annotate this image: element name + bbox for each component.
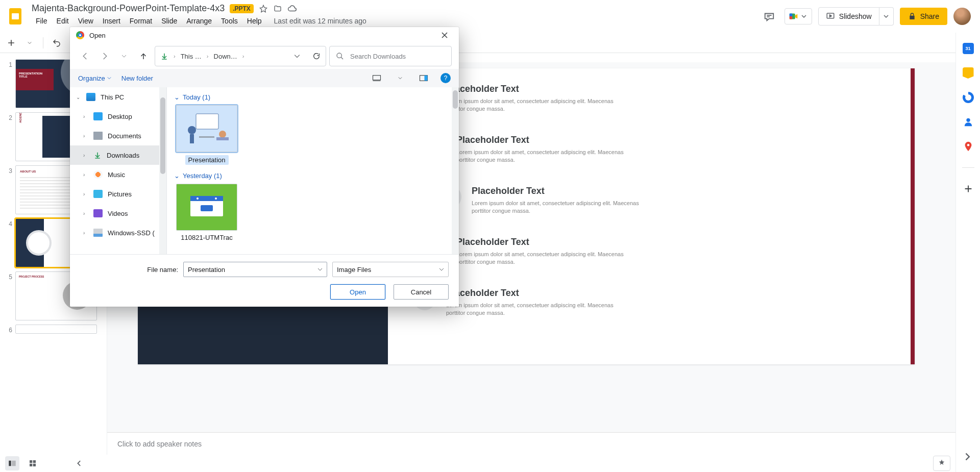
svg-point-21 xyxy=(188,126,196,134)
chevron-down-icon[interactable] xyxy=(439,267,444,272)
nav-up-button[interactable] xyxy=(135,48,152,64)
preview-pane-button[interactable] xyxy=(417,72,430,84)
new-folder-button[interactable]: New folder xyxy=(121,74,153,82)
close-button[interactable] xyxy=(436,27,453,43)
help-icon[interactable]: ? xyxy=(440,73,451,83)
svg-rect-22 xyxy=(190,134,194,143)
dialog-layer: Open › This … › Down… › xyxy=(0,0,980,472)
file-list[interactable]: ⌄Today (1) Presentation ⌄Yesterday (1) xyxy=(167,87,459,254)
group-today[interactable]: ⌄Today (1) xyxy=(174,93,452,101)
svg-rect-28 xyxy=(201,205,213,211)
tree-scrollbar[interactable] xyxy=(159,87,166,254)
file-open-dialog: Open › This … › Down… › xyxy=(70,27,459,307)
view-mode-dropdown[interactable] xyxy=(394,72,407,84)
chevron-down-icon[interactable] xyxy=(317,267,323,272)
view-mode-button[interactable] xyxy=(370,72,383,84)
search-box[interactable] xyxy=(329,46,452,66)
svg-rect-16 xyxy=(373,76,381,80)
group-yesterday[interactable]: ⌄Yesterday (1) xyxy=(174,172,452,180)
organize-menu[interactable]: Organize xyxy=(78,74,111,82)
tree-music[interactable]: ›Music xyxy=(70,165,166,184)
svg-rect-18 xyxy=(425,76,428,81)
search-input[interactable] xyxy=(349,52,445,61)
svg-point-29 xyxy=(197,197,199,200)
search-icon xyxy=(336,52,344,60)
tree-ssd[interactable]: ›Windows-SSD ( xyxy=(70,223,166,242)
filename-input[interactable]: Presentation xyxy=(183,262,327,277)
dialog-title: Open xyxy=(89,32,106,39)
tree-documents[interactable]: ›Documents xyxy=(70,126,166,145)
nav-recent-dropdown[interactable] xyxy=(116,48,132,64)
file-presentation[interactable]: Presentation xyxy=(174,105,239,165)
svg-rect-24 xyxy=(216,137,229,140)
filetype-select[interactable]: Image Files xyxy=(332,262,449,277)
filename-label: File name: xyxy=(147,266,178,274)
tree-desktop[interactable]: ›Desktop xyxy=(70,107,166,126)
tree-this-pc[interactable]: ⌄This PC xyxy=(70,87,166,107)
svg-rect-25 xyxy=(199,136,214,138)
open-button[interactable]: Open xyxy=(330,284,385,300)
nav-forward-button[interactable] xyxy=(96,48,113,64)
download-arrow-icon xyxy=(160,52,168,60)
file-utmtrac[interactable]: 110821-UTMTrac xyxy=(174,184,239,241)
breadcrumb[interactable]: › This … › Down… › xyxy=(155,46,326,66)
crumb-dropdown-icon[interactable] xyxy=(294,53,300,59)
folder-tree[interactable]: ⌄This PC ›Desktop ›Documents ›Downloads … xyxy=(70,87,167,254)
chrome-icon xyxy=(76,31,84,39)
download-arrow-icon xyxy=(93,151,102,159)
svg-point-23 xyxy=(219,131,226,138)
tree-downloads[interactable]: ›Downloads xyxy=(70,145,166,165)
refresh-icon[interactable] xyxy=(312,52,321,60)
tree-videos[interactable]: ›Videos xyxy=(70,204,166,223)
cancel-button[interactable]: Cancel xyxy=(394,284,449,300)
svg-rect-27 xyxy=(190,196,223,201)
svg-rect-20 xyxy=(196,114,218,129)
files-scrollbar[interactable] xyxy=(452,87,459,254)
svg-point-15 xyxy=(337,53,341,58)
tree-pictures[interactable]: ›Pictures xyxy=(70,184,166,204)
svg-point-30 xyxy=(215,197,217,200)
nav-back-button[interactable] xyxy=(77,48,93,64)
